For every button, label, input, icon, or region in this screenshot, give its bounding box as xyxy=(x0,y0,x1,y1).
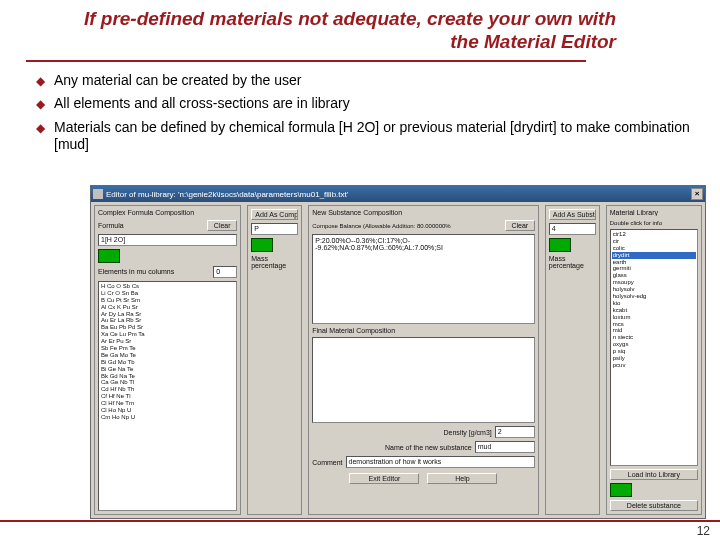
close-button[interactable]: × xyxy=(691,188,703,200)
bullet-list: Any material can be created by the user … xyxy=(36,72,692,154)
element-row[interactable]: Al Cx K Pu Sr xyxy=(101,304,234,311)
element-row[interactable]: Bi Gd Mo Tb xyxy=(101,359,234,366)
library-item[interactable]: p siq xyxy=(612,348,696,355)
element-row[interactable]: Au Er La Rb Sr xyxy=(101,317,234,324)
delete-substance-button[interactable]: Delete substance xyxy=(610,500,698,511)
library-item[interactable]: kio xyxy=(612,300,696,307)
add-substance-button[interactable]: Add As Substance xyxy=(549,209,596,220)
library-item[interactable]: earth xyxy=(612,259,696,266)
element-row[interactable]: Bk Gd Na Te xyxy=(101,373,234,380)
dialog-titlebar: Editor of mu-library: 'n:\genie2k\isocs\… xyxy=(91,186,705,202)
mass-label: Mass percentage xyxy=(549,255,596,270)
go-button[interactable] xyxy=(549,238,571,252)
library-item[interactable]: drydirt xyxy=(612,252,696,259)
panel-header: Material Library xyxy=(610,209,698,216)
element-row[interactable]: B Cu Pt Sr Sm xyxy=(101,297,234,304)
library-item[interactable]: psily xyxy=(612,355,696,362)
element-step[interactable]: 0 xyxy=(213,266,237,278)
add-compound-button[interactable]: Add As Compound xyxy=(251,209,298,220)
element-row[interactable]: Cd Hf Nb Th xyxy=(101,386,234,393)
bullet-item: Any material can be created by the user xyxy=(36,72,692,90)
panel-material-library: Material Library Double click for info c… xyxy=(606,205,702,515)
panel-new-substance: New Substance Composition Compose Balanc… xyxy=(308,205,539,515)
element-row[interactable]: Cm Ho Np U xyxy=(101,414,234,421)
element-row[interactable]: Xa Ce Lu Pm Ta xyxy=(101,331,234,338)
substance-value[interactable]: 4 xyxy=(549,223,596,235)
balance-label: Compose Balance (Allowable Addition: 80.… xyxy=(312,223,502,229)
library-item[interactable]: cir xyxy=(612,238,696,245)
panel-add-compound: Add As Compound P Mass percentage xyxy=(247,205,302,515)
go-button[interactable] xyxy=(610,483,632,497)
library-item[interactable]: n siectc xyxy=(612,334,696,341)
formula-input[interactable]: 1[H 2O] xyxy=(98,234,237,246)
element-row[interactable]: Cf Hf Ne Tl xyxy=(101,393,234,400)
panel-formula: Complex Formula Composition Formula Clea… xyxy=(94,205,241,515)
slide-title: If pre-defined materials not adequate, c… xyxy=(56,8,616,54)
library-item[interactable]: cir12 xyxy=(612,231,696,238)
go-button[interactable] xyxy=(251,238,273,252)
panel-add-substance: Add As Substance 4 Mass percentage xyxy=(545,205,600,515)
library-item[interactable]: mid xyxy=(612,327,696,334)
title-underline xyxy=(26,60,586,62)
elements-list[interactable]: H Co O Sb CsLi Cr O Sn BaB Cu Pt Sr SmAl… xyxy=(98,281,237,511)
dialog-title: Editor of mu-library: 'n:\genie2k\isocs\… xyxy=(106,190,691,199)
app-icon xyxy=(93,189,103,199)
element-row[interactable]: Li Cr O Sn Ba xyxy=(101,290,234,297)
element-row[interactable]: Ar Dy La Ra Sr xyxy=(101,311,234,318)
clear-button[interactable]: Clear xyxy=(505,220,535,231)
go-button[interactable] xyxy=(98,249,120,263)
density-input[interactable]: 2 xyxy=(495,426,535,438)
element-row[interactable]: Be Ga Mo Te xyxy=(101,352,234,359)
clear-button[interactable]: Clear xyxy=(207,220,237,231)
bullet-item: All elements and all cross-sections are … xyxy=(36,95,692,113)
library-item[interactable]: germiti xyxy=(612,265,696,272)
compound-value[interactable]: P xyxy=(251,223,298,235)
library-item[interactable]: holysolv-edg xyxy=(612,293,696,300)
element-row[interactable]: Ca Ge Nb Tl xyxy=(101,379,234,386)
element-row[interactable]: Bi Ge Na Te xyxy=(101,366,234,373)
density-label: Density [g/cm3] xyxy=(312,429,492,436)
element-row[interactable]: Cl Hf Ne Tm xyxy=(101,400,234,407)
panel-header: New Substance Composition xyxy=(312,209,535,216)
final-comp-label: Final Material Composition xyxy=(312,327,535,334)
help-button[interactable]: Help xyxy=(427,473,497,484)
load-library-button[interactable]: Load into Library xyxy=(610,469,698,480)
panel-header: Complex Formula Composition xyxy=(98,209,237,216)
library-item[interactable]: mcs xyxy=(612,321,696,328)
page-number: 12 xyxy=(697,524,710,538)
mass-label: Mass percentage xyxy=(251,255,298,270)
element-row[interactable]: Ar Er Pu Sr xyxy=(101,338,234,345)
material-editor-dialog: Editor of mu-library: 'n:\genie2k\isocs\… xyxy=(90,185,706,519)
library-list[interactable]: cir12circolicdrydirtearthgermitiglassmso… xyxy=(610,229,698,466)
element-row[interactable]: Sb Fe Pm Te xyxy=(101,345,234,352)
lib-hint: Double click for info xyxy=(610,220,698,226)
library-item[interactable]: glass xyxy=(612,272,696,279)
composition-params[interactable]: P:20.00%O--0.36%;CI:17%;O--9.62%;NA:0.87… xyxy=(312,234,535,324)
final-composition[interactable] xyxy=(312,337,535,423)
comment-label: Comment xyxy=(312,459,342,466)
element-row[interactable]: Ba Eu Pb Pd Sr xyxy=(101,324,234,331)
elements-label: Elements in mu columns xyxy=(98,268,210,275)
name-input[interactable]: mud xyxy=(475,441,535,453)
library-item[interactable]: pcuv xyxy=(612,362,696,369)
footer-rule xyxy=(0,520,720,522)
name-label: Name of the new substance xyxy=(312,444,472,451)
library-item[interactable]: kcabt xyxy=(612,307,696,314)
library-item[interactable]: holysolv xyxy=(612,286,696,293)
library-item[interactable]: msoupy xyxy=(612,279,696,286)
formula-label: Formula xyxy=(98,222,124,229)
element-row[interactable]: Cl Ho Np U xyxy=(101,407,234,414)
exit-button[interactable]: Exit Editor xyxy=(349,473,419,484)
bullet-item: Materials can be defined by chemical for… xyxy=(36,119,692,154)
library-item[interactable]: oxygs xyxy=(612,341,696,348)
comment-input[interactable]: demonstration of how it works xyxy=(346,456,535,468)
element-row[interactable]: H Co O Sb Cs xyxy=(101,283,234,290)
library-item[interactable]: colic xyxy=(612,245,696,252)
library-item[interactable]: loxtum xyxy=(612,314,696,321)
